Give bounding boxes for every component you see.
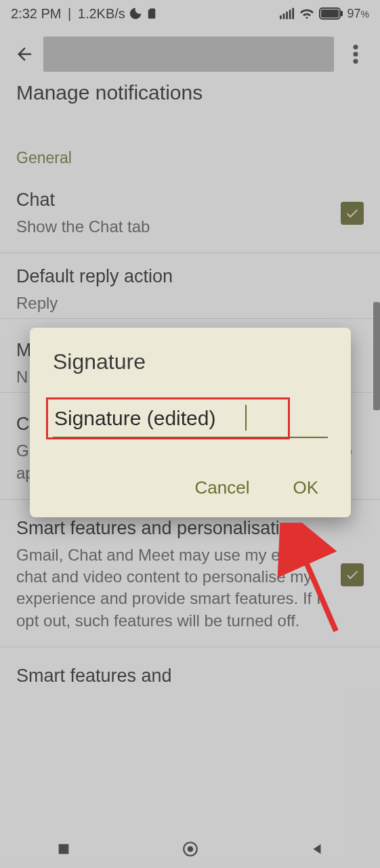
more-vert-icon: [353, 45, 358, 64]
setting-default-reply[interactable]: Default reply action Reply: [0, 253, 380, 318]
text-cursor: [245, 405, 247, 431]
status-netspeed: 1.2KB/s: [78, 6, 125, 22]
setting-smart-features[interactable]: Smart features and personalisation Gmail…: [0, 500, 380, 647]
sim-icon: [146, 6, 158, 21]
svg-rect-7: [341, 11, 343, 16]
back-button[interactable]: [8, 38, 41, 70]
chat-checkbox[interactable]: [341, 202, 364, 225]
signature-input[interactable]: [53, 403, 328, 438]
signal-icon: [280, 7, 295, 20]
scrollbar-thumb[interactable]: [373, 302, 380, 410]
nav-back-button[interactable]: [290, 836, 344, 863]
cancel-button[interactable]: Cancel: [192, 471, 252, 505]
setting-sub: Show the Chat tab: [16, 216, 333, 238]
dnd-moon-icon: [128, 6, 143, 21]
redacted-title: [43, 37, 334, 72]
svg-point-13: [187, 846, 193, 852]
setting-title: Smart features and: [16, 665, 356, 688]
setting-title: Default reply action: [16, 265, 356, 288]
check-icon: [345, 567, 360, 582]
section-general: General: [0, 119, 380, 177]
svg-rect-2: [286, 12, 288, 19]
signature-dialog: Signature Cancel OK: [30, 328, 351, 517]
overflow-menu-button[interactable]: [339, 38, 372, 70]
setting-manage-notifications[interactable]: Manage notifications: [0, 81, 380, 119]
app-bar: [0, 27, 380, 81]
setting-title: Chat: [16, 189, 333, 212]
svg-rect-1: [282, 14, 284, 19]
svg-point-9: [354, 52, 358, 57]
battery-icon: [319, 7, 343, 20]
android-nav-bar: [0, 830, 380, 868]
dialog-title: Signature: [53, 349, 328, 374]
svg-rect-4: [292, 8, 294, 20]
setting-sub: Gmail, Chat and Meet may use my email, c…: [16, 544, 333, 632]
svg-rect-0: [280, 16, 282, 20]
wifi-icon: [299, 7, 315, 20]
svg-rect-11: [58, 844, 68, 854]
setting-sub: Reply: [16, 292, 356, 314]
svg-rect-3: [289, 10, 291, 20]
nav-recents-button[interactable]: [37, 836, 91, 863]
setting-chat[interactable]: Chat Show the Chat tab: [0, 177, 380, 253]
nav-home-button[interactable]: [163, 836, 217, 863]
check-icon: [345, 206, 360, 221]
setting-smart-features-other[interactable]: Smart features and: [0, 647, 380, 707]
svg-rect-6: [321, 9, 339, 18]
svg-point-10: [354, 59, 358, 64]
ok-button[interactable]: OK: [290, 471, 321, 505]
smart-features-checkbox[interactable]: [341, 563, 364, 586]
arrow-left-icon: [14, 44, 35, 64]
battery-pct: 97%: [347, 7, 369, 21]
status-sep: |: [64, 6, 75, 22]
status-bar: 2:32 PM | 1.2KB/s 97%: [0, 0, 380, 27]
setting-title: Smart features and personalisation: [16, 517, 333, 540]
status-time: 2:32 PM: [11, 6, 61, 22]
svg-point-8: [354, 45, 358, 49]
